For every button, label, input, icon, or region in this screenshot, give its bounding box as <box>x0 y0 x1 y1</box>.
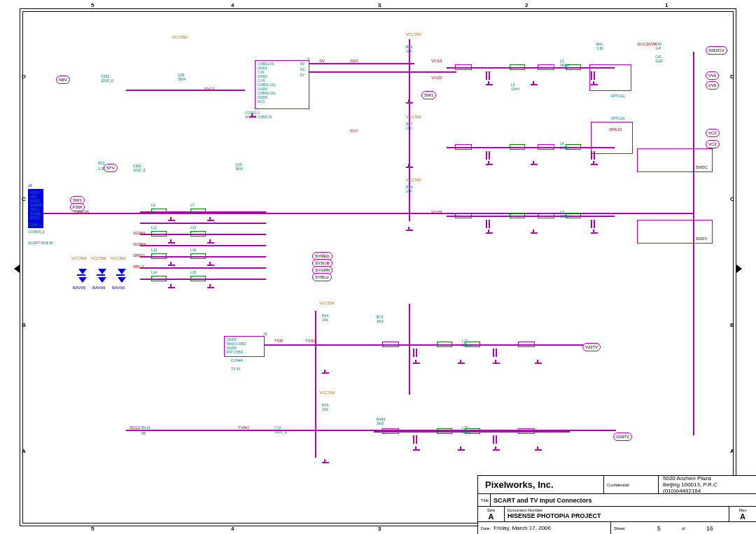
c41v: 12pF <box>655 59 663 63</box>
j1-pinr-2: 5C <box>300 67 304 71</box>
zone-row-l-b: B <box>22 322 26 328</box>
j6-ref: J6 <box>263 332 267 336</box>
net-soc: SVY <box>350 129 358 133</box>
diode-icon <box>78 277 87 283</box>
net-svc: SVC <box>350 59 358 63</box>
diode-bar <box>97 274 105 276</box>
stage-1 <box>447 62 615 95</box>
j4-ref: J4 <box>28 183 31 188</box>
r78v: 10K <box>322 407 328 412</box>
rev: A <box>740 512 746 521</box>
l15: L15 <box>190 270 196 274</box>
zone-row-r-b: B <box>730 322 734 328</box>
j1-ref: J1 <box>307 57 310 62</box>
vccsw-a: VCC5W <box>71 256 87 260</box>
j6-p4: PIP CVBS <box>227 350 243 354</box>
sheet-title: SCART and TV Input Connectors <box>491 497 592 504</box>
r483v: 34.8 <box>377 421 384 426</box>
zone-col-top-1: 1 <box>665 2 668 8</box>
gnd-icon <box>322 459 329 465</box>
j4-label2: CON6 <box>28 223 38 227</box>
r73v: 34.8 <box>377 319 384 323</box>
company-name: Pixelworks, Inc. <box>481 478 558 491</box>
j6-label: CON#4 <box>231 358 243 363</box>
diode-icon <box>118 277 126 283</box>
j6-note: TV IN <box>231 367 240 371</box>
wire-sv12 <box>126 90 245 91</box>
port-n8v: N8V <box>56 76 70 84</box>
docnum: HISENSE PHOTOPIA PROJECT <box>507 512 601 519</box>
r64v: 10K <box>322 318 328 322</box>
bav99-3: BAV99 <box>112 286 125 290</box>
l14: L14 <box>151 270 157 274</box>
sheet: 5 <box>657 525 661 532</box>
net-tvsc: TVSC <box>305 339 316 343</box>
c75v: 10UF_E <box>274 430 287 434</box>
diode-bar <box>116 274 125 276</box>
port-v22tv: V22TV <box>582 343 601 351</box>
net-tvr: TVR <box>274 339 283 343</box>
zone-col-bot-5: 5 <box>91 526 94 532</box>
port-sw1b: SW1 <box>421 91 436 99</box>
addr1: 5020 Anzhen Plaza <box>663 475 752 482</box>
r53v: 3.3K <box>98 167 105 171</box>
vccsw-c: VCC5W <box>111 256 126 260</box>
l3v: 10nH <box>511 87 519 91</box>
stage-2 <box>447 141 615 175</box>
net-vo22: VO23 <box>431 210 442 214</box>
net-soc20vr: SOC20VR <box>637 42 657 46</box>
net-vo13: VO22 <box>431 76 442 80</box>
c283v: 10UF_E <box>101 78 113 83</box>
gnd-icon <box>249 113 256 119</box>
port-syblu: SYBLU <box>312 273 332 281</box>
r54v: 10K <box>406 189 412 193</box>
net-tvb: TVRC <box>238 426 249 430</box>
l5v: 560nH <box>560 214 570 218</box>
zone-col-bot-3: 3 <box>378 526 381 532</box>
j4-p7: SRED <box>30 216 40 220</box>
vccsw-b: VCC5W <box>91 256 106 260</box>
l4v: 560nH <box>560 146 570 150</box>
zone-row-r-c: C <box>730 196 734 202</box>
net-sgrnl: SGRNL <box>133 242 148 246</box>
ra13: RA13 <box>141 426 150 430</box>
r53: R53 <box>98 161 104 165</box>
title-block: Pixelworks, Inc. Confidential 5020 Anzhe… <box>477 475 756 534</box>
vcc-5: VCC5W <box>319 301 335 305</box>
sheets: 16 <box>706 525 713 532</box>
date: Friday, March 17, 2006 <box>493 525 551 531</box>
l11: L11 <box>151 225 157 230</box>
zone-col-top-4: 4 <box>231 2 234 8</box>
wire <box>309 63 414 64</box>
wire-v-vcc <box>409 39 410 221</box>
gnd-icon <box>406 164 413 169</box>
l19v: 560nH <box>462 430 472 434</box>
port-vc2b: VC2 <box>706 140 720 148</box>
zone-col-top-5: 5 <box>91 2 94 8</box>
diode-icon <box>118 269 126 274</box>
zone-row-l-d: D <box>22 73 26 80</box>
net-sv: SV <box>319 59 325 63</box>
port-ssdiov: SSDIOV <box>706 46 727 55</box>
l17v: 560nH <box>462 343 472 347</box>
vcc-3: VCC5W <box>406 115 421 119</box>
right-arrow-icon <box>736 265 742 273</box>
net-sred: SRED <box>133 253 145 258</box>
c40v: 1nF <box>655 46 662 50</box>
left-arrow-icon <box>14 265 20 273</box>
diode-icon <box>98 269 106 274</box>
diode-icon <box>78 269 87 274</box>
schematic-canvas: J1 CVBS1-IN GND1 Y-IN GND2 C-IN CVBS1-OU… <box>28 17 728 458</box>
filter-bank <box>140 206 266 290</box>
phone: (010)64482184 <box>663 488 752 494</box>
ra13v: 0R <box>141 431 146 435</box>
zone-row-r-d: D <box>730 73 734 80</box>
port-g03tv: G03TV <box>613 433 632 441</box>
l16: L16 <box>190 248 196 252</box>
addr2: Beijing 100013, P.R.C <box>663 482 752 488</box>
vcc-6: VCCSW <box>319 391 335 395</box>
net-vo21: VO13 <box>431 59 442 63</box>
j1-pin-10: NC3 <box>258 99 265 104</box>
j1-pinr-3: 5Y <box>300 73 304 77</box>
r46v: 10K <box>406 49 412 53</box>
